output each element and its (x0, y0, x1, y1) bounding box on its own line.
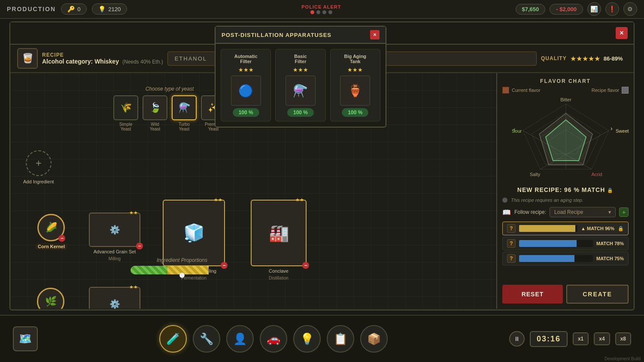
post-dist-close-button[interactable]: × (370, 30, 380, 40)
aging-note: This recipe requires an aging step. (502, 198, 629, 203)
add-recipe-button[interactable]: + (619, 207, 629, 217)
post-dist-item-1[interactable]: AutomaticFilter ★★★ 🔵 100 % (221, 49, 271, 122)
stats-button[interactable]: 📊 (587, 2, 601, 16)
aging-tank-img: 🏺 (340, 76, 370, 106)
dev-build-label: Development Build (605, 356, 641, 361)
right-panel: FLAVOR CHART Current flavor Recipe flavo… (496, 73, 634, 309)
quality-section: QUALITY ★★★★★ 86-89% (541, 55, 627, 63)
recipe-q-2: ? (507, 239, 516, 248)
recipe-match-item-1[interactable]: ? ▲ MATCH 96% 🔒 (502, 222, 629, 235)
conclave-box[interactable]: ★★ 🏭 − (251, 200, 307, 266)
yeast-simple-name: SimpleYeast (119, 122, 133, 131)
alert-button[interactable]: ❗ (605, 2, 619, 16)
flavor-chart-svg: Bitter Sweet Acrid Salty Sour › ‹ (502, 96, 629, 186)
aging-dot (502, 198, 507, 203)
money-display: $7,650 (516, 4, 546, 15)
pause-button[interactable]: ⏸ (509, 331, 525, 347)
post-dist-item-3[interactable]: Big AgingTank ★★★ 🏺 100 % (330, 49, 380, 122)
flavor-chart-area: Bitter Sweet Acrid Salty Sour › ‹ (502, 96, 629, 182)
reset-button[interactable]: RESET (502, 285, 563, 304)
match-bar-fill-1 (519, 225, 575, 232)
speed-x1-button[interactable]: x1 (573, 332, 589, 345)
nav-right: ⏸ 03:16 x1 x4 x8 (509, 331, 631, 347)
recipe-match-item-3[interactable]: ? MATCH 75% (502, 252, 629, 265)
lock-icon: 🔒 (607, 188, 614, 193)
match-pct-3: MATCH 75% (596, 256, 624, 261)
recipe-name: Alcohol category: Whiskey (42, 58, 119, 65)
chevron-down-icon: ▾ (608, 209, 611, 215)
current-flavor-box (502, 87, 509, 94)
yeast-section: Choose type of yeast 🌾 SimpleYeast 🍃 Wil… (113, 86, 226, 131)
recipe-needs: (Needs 40% Eth.) (122, 59, 163, 65)
match-bar-fill-2 (519, 240, 577, 247)
conclave-remove[interactable]: − (302, 262, 309, 269)
recipe-match-item-2[interactable]: ? MATCH 78% (502, 237, 629, 250)
corn-kernel-remove[interactable]: − (58, 235, 65, 242)
aging-tank-stars: ★★★ (347, 67, 363, 73)
grain-set-corn-box[interactable]: ★★ ⚙️ − (89, 213, 140, 247)
big-tank-box[interactable]: ★★ 🧊 − (163, 200, 225, 266)
nav-btn-tools[interactable]: 🔧 (193, 325, 220, 353)
proportion-indicator[interactable] (179, 273, 185, 278)
bulb-badge: 💡 2120 (92, 3, 127, 15)
grain-set-corn-label: Advanced Grain Set (94, 249, 136, 255)
nav-btn-idea[interactable]: 💡 (293, 325, 321, 353)
svg-text:Bitter: Bitter (560, 97, 571, 102)
svg-text:Sweet: Sweet (616, 128, 629, 134)
yeast-simple-img: 🌾 (113, 95, 138, 120)
proportion-fill-green (131, 266, 167, 274)
speed-x8-button[interactable]: x8 (615, 332, 631, 345)
rye-node: 🌿 − Rye (37, 288, 64, 309)
grain-set-corn-remove[interactable]: − (136, 243, 143, 249)
settings-button[interactable]: ⚙ (623, 2, 637, 16)
conclave-sub: Distillation (269, 276, 289, 280)
yeast-wild[interactable]: 🍃 WildYeast (143, 95, 167, 131)
load-recipe-select[interactable]: Load Recipe ▾ (550, 207, 616, 217)
quality-stars: ★★★★★ (570, 55, 600, 63)
yeast-choose-label: Choose type of yeast (146, 86, 194, 92)
post-dist-title: POST-DISTILLATION APPARATUSES (222, 32, 331, 38)
auto-filter-name: AutomaticFilter (234, 54, 258, 64)
flavor-chart-title: FLAVOR CHART (502, 78, 629, 84)
proportion-section: Ingredient Proportions (131, 257, 234, 274)
conclave-label: Conclave (269, 268, 289, 274)
corn-kernel-circle[interactable]: 🌽 − (37, 214, 65, 241)
nav-btn-person[interactable]: 👤 (226, 325, 254, 353)
post-dist-item-2[interactable]: BasicFilter ★★★ ⚗️ 100 % (275, 49, 325, 122)
basic-filter-name: BasicFilter (294, 54, 307, 64)
add-ingredient-button[interactable]: + (26, 150, 52, 176)
grain-set-rye-box[interactable]: ★★ ⚙️ − (89, 287, 140, 309)
nav-btn-notes[interactable]: 📋 (327, 325, 354, 353)
speed-x4-button[interactable]: x4 (594, 332, 610, 345)
aging-tank-pct: 100 % (342, 108, 368, 117)
match-bar-2 (519, 240, 593, 247)
key-badge: 🔑 0 (61, 3, 87, 15)
proportion-label: Ingredient Proportions (131, 257, 234, 263)
dialog-close-button[interactable]: × (616, 27, 628, 39)
add-ingredient-section: + Add Ingredient (23, 150, 54, 185)
yeast-simple[interactable]: 🌾 SimpleYeast (113, 95, 138, 131)
current-flavor-label: Current flavor (512, 88, 541, 93)
rye-circle[interactable]: 🌿 − (37, 288, 64, 309)
auto-filter-pct: 100 % (233, 108, 259, 117)
match-pct-2: MATCH 78% (596, 241, 624, 246)
match-lock-1: 🔒 (618, 226, 624, 231)
nav-btn-box[interactable]: 📦 (360, 325, 388, 353)
police-dot-4 (328, 10, 332, 14)
grain-set-rye-node: ★★ ⚙️ − Advanced Grain Set Milling (89, 287, 140, 309)
nav-center: 🧪 🔧 👤 🚗 💡 📋 📦 (159, 325, 388, 353)
nav-btn-car[interactable]: 🚗 (260, 325, 287, 353)
follow-recipe-row: 📖 Follow recipe: Load Recipe ▾ + (502, 207, 629, 217)
big-tank-sub: Fermentation (181, 276, 207, 280)
police-dot-3 (322, 10, 326, 14)
create-button[interactable]: CREATE (566, 285, 629, 304)
match-pct-1: ▲ MATCH 96% (581, 226, 614, 231)
nav-btn-brew[interactable]: 🧪 (159, 325, 187, 353)
svg-text:‹: ‹ (513, 126, 516, 133)
top-bar-left: PRODUCTION 🔑 0 💡 2120 (7, 3, 127, 15)
svg-text:›: › (611, 125, 613, 132)
map-button[interactable]: 🗺️ (13, 326, 38, 351)
recipe-icon: 🥃 (17, 48, 38, 69)
yeast-turbo[interactable]: ⚗️ TurboYeast (172, 95, 197, 131)
key-count: 0 (77, 6, 80, 12)
